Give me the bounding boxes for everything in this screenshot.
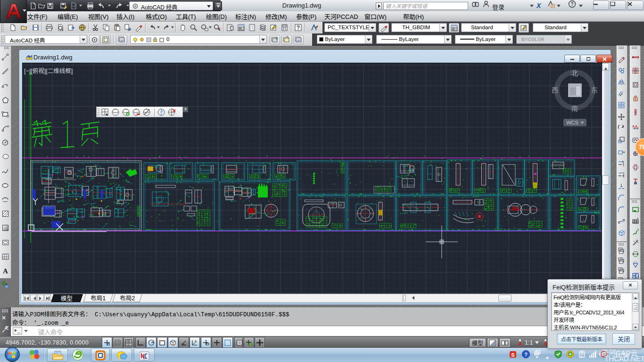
svg-text:北: 北: [571, 68, 578, 77]
svg-text:南: 南: [571, 103, 578, 113]
svg-text:3: 3: [637, 228, 639, 231]
svg-text:A: A: [3, 267, 8, 275]
svg-text:.1: .1: [636, 274, 639, 278]
svg-text:?: ?: [297, 25, 300, 31]
svg-text:?: ?: [570, 1, 573, 7]
svg-text:WCS: WCS: [566, 120, 578, 125]
svg-text:西: 西: [552, 85, 558, 94]
svg-text:3.2: 3.2: [633, 261, 637, 264]
svg-text:?: ?: [524, 352, 527, 357]
svg-text:东: 东: [591, 85, 598, 94]
svg-text:S: S: [511, 352, 514, 358]
